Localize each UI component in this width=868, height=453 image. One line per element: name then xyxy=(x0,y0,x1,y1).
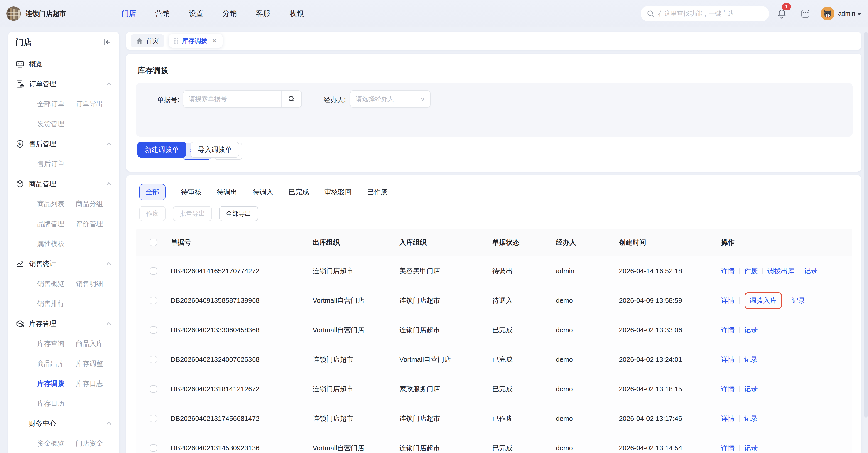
sidebar-item-库存调拨[interactable]: 库存调拨 xyxy=(37,379,64,388)
action-link-记录[interactable]: 记录 xyxy=(744,444,758,453)
global-search-input[interactable]: 在这里查找功能，一键直达 xyxy=(641,6,769,21)
sidebar-item-商品分组[interactable]: 商品分组 xyxy=(76,199,103,209)
action-link-记录[interactable]: 记录 xyxy=(744,385,758,394)
header-cell-单据状态: 单据状态 xyxy=(492,238,556,247)
action-link-详情[interactable]: 详情 xyxy=(721,355,735,364)
sidebar-item-销售概览[interactable]: 销售概览 xyxy=(37,279,64,289)
notification-bell-icon[interactable]: 1 xyxy=(776,8,787,19)
sidebar-group-销售统计[interactable]: 销售统计 xyxy=(8,254,119,274)
user-name[interactable]: admin xyxy=(838,10,855,17)
action-link-调拨入库-highlighted[interactable]: 调拨入库 xyxy=(745,292,782,309)
sidebar-collapse-icon[interactable] xyxy=(103,38,111,46)
sidebar-item-评价管理[interactable]: 评价管理 xyxy=(76,219,103,229)
sidebar-item-资金概览[interactable]: 资金概览 xyxy=(37,439,64,448)
chevron-up-icon[interactable] xyxy=(106,261,112,267)
top-menu-item-客服[interactable]: 客服 xyxy=(256,9,271,19)
status-tab-待审核[interactable]: 待审核 xyxy=(181,184,202,200)
row-checkbox[interactable] xyxy=(150,415,157,422)
action-link-详情[interactable]: 详情 xyxy=(721,326,735,335)
sidebar-item-商品入库[interactable]: 商品入库 xyxy=(76,339,103,349)
status-tab-已作废[interactable]: 已作废 xyxy=(367,184,388,200)
status-tab-全部[interactable]: 全部 xyxy=(139,184,166,201)
row-checkbox[interactable] xyxy=(150,444,157,452)
chevron-up-icon[interactable] xyxy=(106,420,112,427)
tab-close-icon[interactable]: ✕ xyxy=(212,37,217,44)
sidebar-item-发货管理[interactable]: 发货管理 xyxy=(37,119,64,129)
top-menu-item-分销[interactable]: 分销 xyxy=(222,9,237,19)
import-transfer-button[interactable]: 导入调拨单 xyxy=(191,142,239,157)
sidebar-subrow: 售后订单 xyxy=(8,154,119,174)
doc-no-search-button[interactable] xyxy=(281,91,301,107)
status-tab-审核驳回[interactable]: 审核驳回 xyxy=(324,184,352,200)
row-checkbox[interactable] xyxy=(150,267,157,275)
action-link-记录[interactable]: 记录 xyxy=(744,355,758,364)
sidebar-group-库存管理[interactable]: 库存管理 xyxy=(8,314,119,334)
top-menu-item-门店[interactable]: 门店 xyxy=(122,9,136,19)
sidebar-item-订单导出[interactable]: 订单导出 xyxy=(76,99,103,109)
sidebar-item-售后订单[interactable]: 售后订单 xyxy=(37,159,64,169)
action-link-记录[interactable]: 记录 xyxy=(744,414,758,423)
sidebar-subrow: 库存查询商品入库 xyxy=(8,334,119,354)
sidebar-item-门店资金[interactable]: 门店资金 xyxy=(76,439,103,448)
status-tab-待调入[interactable]: 待调入 xyxy=(253,184,273,200)
select-all-checkbox[interactable] xyxy=(150,239,157,246)
action-separator xyxy=(739,386,740,392)
bulk-button-全部导出[interactable]: 全部导出 xyxy=(219,206,258,221)
action-link-记录[interactable]: 记录 xyxy=(792,296,805,305)
row-checkbox[interactable] xyxy=(150,297,157,304)
row-checkbox[interactable] xyxy=(150,385,157,393)
agent-select[interactable]: 请选择经办人 ∨ xyxy=(350,90,431,108)
sidebar-item-品牌管理[interactable]: 品牌管理 xyxy=(37,219,64,229)
status-tab-待调出[interactable]: 待调出 xyxy=(217,184,237,200)
sidebar-group-财务中心[interactable]: 财务中心 xyxy=(8,414,119,433)
action-link-调拨出库[interactable]: 调拨出库 xyxy=(767,267,795,276)
row-checkbox[interactable] xyxy=(150,326,157,334)
sidebar-item-库存日历[interactable]: 库存日历 xyxy=(37,399,64,408)
drag-handle-icon[interactable] xyxy=(174,38,178,44)
bulk-button-作废: 作废 xyxy=(139,206,166,221)
user-avatar[interactable] xyxy=(821,7,834,21)
doc-no-label: 单据号: xyxy=(157,95,179,104)
user-menu-caret-icon[interactable] xyxy=(857,13,862,16)
doc-no-input[interactable] xyxy=(183,91,281,107)
top-menu-item-营销[interactable]: 营销 xyxy=(155,9,170,19)
page-scrollbar[interactable] xyxy=(864,32,868,418)
sidebar-group-概览[interactable]: 概览 xyxy=(8,54,119,74)
action-link-作废[interactable]: 作废 xyxy=(744,267,758,276)
sidebar-item-库存查询[interactable]: 库存查询 xyxy=(37,339,64,349)
sidebar-item-商品出库[interactable]: 商品出库 xyxy=(37,359,64,368)
action-link-详情[interactable]: 详情 xyxy=(721,267,735,276)
sidebar-item-销售明细[interactable]: 销售明细 xyxy=(76,279,103,289)
sidebar-item-库存调整[interactable]: 库存调整 xyxy=(76,359,103,368)
action-link-详情[interactable]: 详情 xyxy=(721,296,735,305)
action-link-记录[interactable]: 记录 xyxy=(804,267,818,276)
chevron-up-icon[interactable] xyxy=(106,321,112,327)
sidebar-item-商品列表[interactable]: 商品列表 xyxy=(37,199,64,209)
row-checkbox[interactable] xyxy=(150,356,157,363)
chevron-up-icon[interactable] xyxy=(106,81,112,87)
store-switcher-icon[interactable] xyxy=(800,8,811,19)
tab-home[interactable]: 首页 xyxy=(131,34,164,47)
sidebar-group-商品管理[interactable]: 商品管理 xyxy=(8,174,119,194)
status-tab-已完成[interactable]: 已完成 xyxy=(288,184,309,200)
action-link-记录[interactable]: 记录 xyxy=(744,326,758,335)
sidebar-group-订单管理[interactable]: 订单管理 xyxy=(8,74,119,94)
top-menu-item-设置[interactable]: 设置 xyxy=(189,9,203,19)
sidebar-item-库存日志[interactable]: 库存日志 xyxy=(76,379,103,388)
action-link-详情[interactable]: 详情 xyxy=(721,444,735,453)
top-menu-item-收银[interactable]: 收银 xyxy=(289,9,304,19)
action-link-详情[interactable]: 详情 xyxy=(721,385,735,394)
order-icon xyxy=(16,80,25,89)
cell-created-time: 2026-04-02 13:17:46 xyxy=(619,415,721,422)
sidebar-item-全部订单[interactable]: 全部订单 xyxy=(37,99,64,109)
action-separator xyxy=(739,445,740,451)
action-link-详情[interactable]: 详情 xyxy=(721,414,735,423)
sidebar-item-销售排行[interactable]: 销售排行 xyxy=(37,299,64,308)
tab-inventory-transfer[interactable]: 库存调拨 ✕ xyxy=(169,34,222,48)
sidebar-group-售后管理[interactable]: 售售后管理 xyxy=(8,134,119,154)
create-transfer-button[interactable]: 新建调拨单 xyxy=(137,142,186,157)
sidebar-item-属性模板[interactable]: 属性模板 xyxy=(37,239,64,248)
chevron-up-icon[interactable] xyxy=(106,181,112,187)
chevron-up-icon[interactable] xyxy=(106,141,112,147)
transfer-table: 单据号出库组织入库组织单据状态经办人创建时间操作 DB2026041416521… xyxy=(136,229,852,453)
